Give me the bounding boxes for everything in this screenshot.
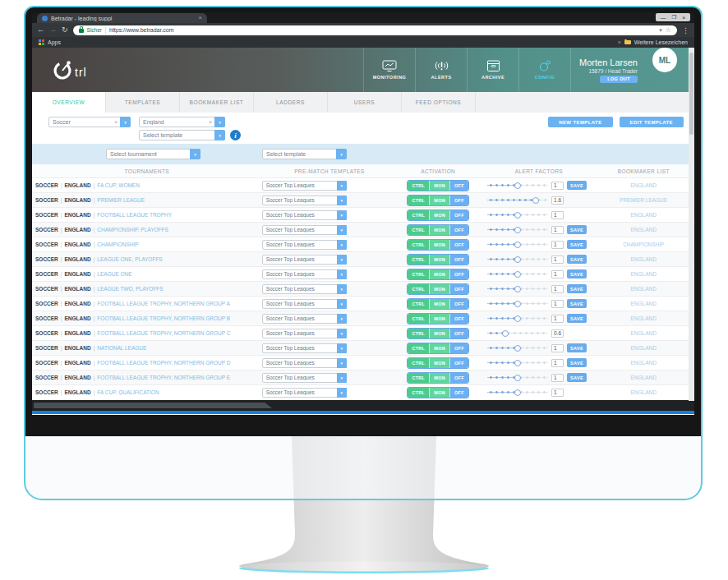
bookmaker-link[interactable]: ENGLAND [631, 227, 657, 232]
mon-button[interactable]: MON [429, 210, 449, 220]
factor-input[interactable] [551, 226, 564, 234]
save-button[interactable]: SAVE [567, 225, 587, 234]
factor-input[interactable] [551, 182, 564, 190]
tournament-link[interactable]: FA CUP, QUALIFICATION [97, 389, 159, 395]
tab-close-icon[interactable]: × [198, 15, 202, 21]
factor-input[interactable] [551, 270, 564, 278]
tournament-link[interactable]: FOOTBALL LEAGUE TROPHY, NORTHERN GROUP D [97, 360, 230, 366]
bookmaker-link[interactable]: ENGLAND [631, 345, 657, 351]
alert-factor-slider[interactable] [487, 270, 548, 278]
ctrl-button[interactable]: CTRL [408, 373, 429, 383]
mon-button[interactable]: MON [429, 181, 449, 191]
tournament-link[interactable]: FOOTBALL LEAGUE TROPHY, NORTHERN GROUP A [97, 301, 229, 306]
alert-factor-slider[interactable] [487, 389, 548, 396]
template-select[interactable]: Soccer Top Leagues▾ [262, 329, 347, 338]
bookmaker-link[interactable]: ENGLAND [631, 315, 657, 321]
alert-factor-slider[interactable] [487, 182, 548, 189]
close-icon[interactable]: × [682, 15, 685, 21]
template-select[interactable]: Soccer Top Leagues▾ [262, 269, 347, 279]
tab-bookmaker-list[interactable]: BOOKMAKER LIST [180, 92, 254, 113]
factor-input[interactable] [551, 255, 564, 264]
template-select[interactable]: Soccer Top Leagues▾ [262, 255, 347, 265]
tournament-link[interactable]: LEAGUE ONE [97, 271, 131, 277]
bookmaker-link[interactable]: ENGLAND [631, 330, 657, 336]
factor-input[interactable] [551, 211, 564, 219]
template-select-band[interactable]: Select template ▾ [262, 149, 347, 159]
slider-knob[interactable] [514, 375, 521, 381]
off-button[interactable]: OFF [449, 299, 468, 309]
template-select[interactable]: Soccer Top Leagues▾ [262, 225, 347, 235]
filter-icon[interactable]: ▾ [659, 27, 662, 34]
template-select[interactable]: Soccer Top Leagues▾ [262, 196, 347, 205]
mon-button[interactable]: MON [429, 255, 449, 265]
ctrl-button[interactable]: CTRL [408, 343, 429, 353]
save-button[interactable]: SAVE [567, 284, 587, 293]
mon-button[interactable]: MON [429, 388, 449, 398]
slider-knob[interactable] [514, 242, 521, 248]
alert-factor-slider[interactable] [487, 196, 548, 204]
save-button[interactable]: SAVE [567, 373, 587, 382]
horizontal-scrollbar-thumb[interactable] [34, 403, 272, 408]
slider-knob[interactable] [514, 360, 521, 366]
browser-menu-icon[interactable]: ⋮ [682, 26, 689, 35]
off-button[interactable]: OFF [449, 269, 468, 279]
alert-factor-slider[interactable] [487, 226, 548, 233]
vertical-scrollbar[interactable] [689, 48, 694, 401]
tournament-link[interactable]: FA CUP, WOMEN [97, 182, 140, 188]
tournament-link[interactable]: FOOTBALL LEAGUE TROPHY, NORTHERN GROUP E [97, 375, 230, 380]
tab-ladders[interactable]: LADDERS [254, 92, 328, 113]
tournament-link[interactable]: LEAGUE TWO, PLAYOFFS [97, 286, 163, 292]
bookmark-star-icon[interactable]: ☆ [666, 26, 671, 34]
factor-input[interactable] [551, 315, 564, 323]
mon-button[interactable]: MON [429, 284, 449, 294]
slider-knob[interactable] [514, 389, 521, 396]
tournament-link[interactable]: NATIONAL LEAGUE [97, 345, 146, 351]
logout-button[interactable]: LOG OUT [600, 76, 638, 83]
tab-overview[interactable]: OVERVIEW [32, 92, 106, 113]
mon-button[interactable]: MON [429, 373, 449, 383]
slider-knob[interactable] [532, 197, 539, 204]
slider-knob[interactable] [514, 301, 521, 307]
template-select[interactable]: Soccer Top Leagues▾ [262, 373, 347, 383]
bookmaker-link[interactable]: ENGLAND [631, 182, 657, 188]
off-button[interactable]: OFF [449, 373, 468, 383]
off-button[interactable]: OFF [449, 210, 468, 220]
slider-knob[interactable] [502, 330, 509, 337]
alert-factor-slider[interactable] [487, 359, 548, 366]
off-button[interactable]: OFF [449, 358, 468, 368]
bookmaker-link[interactable]: CHAMPIONSHIP [623, 242, 664, 247]
factor-input[interactable] [551, 300, 564, 308]
off-button[interactable]: OFF [449, 196, 468, 205]
template-select[interactable]: Soccer Top Leagues▾ [262, 210, 347, 220]
slider-knob[interactable] [514, 227, 521, 233]
factor-input[interactable] [551, 374, 564, 382]
off-button[interactable]: OFF [449, 314, 468, 324]
bookmaker-link[interactable]: ENGLAND [631, 389, 657, 395]
factor-input[interactable] [551, 241, 564, 249]
factor-input[interactable] [551, 196, 564, 205]
bookmaker-link[interactable]: ENGLAND [631, 271, 657, 277]
template-select[interactable]: Soccer Top Leagues▾ [262, 299, 347, 309]
template-select[interactable]: Soccer Top Leagues▾ [262, 358, 347, 368]
bookmaker-link[interactable]: PREMIER LEAGUE [620, 197, 667, 203]
tab-templates[interactable]: TEMPLATES [106, 92, 180, 113]
off-button[interactable]: OFF [449, 329, 468, 338]
ctrl-button[interactable]: CTRL [408, 299, 429, 309]
off-button[interactable]: OFF [449, 225, 468, 235]
factor-input[interactable] [551, 344, 564, 352]
forward-icon[interactable]: → [49, 26, 57, 34]
mon-button[interactable]: MON [429, 269, 449, 279]
ctrl-button[interactable]: CTRL [408, 329, 429, 338]
bookmaker-link[interactable]: ENGLAND [631, 212, 657, 218]
ctrl-button[interactable]: CTRL [408, 255, 429, 265]
mon-button[interactable]: MON [429, 196, 449, 205]
ctrl-button[interactable]: CTRL [408, 196, 429, 205]
bookmaker-link[interactable]: ENGLAND [631, 286, 657, 292]
alert-factor-slider[interactable] [487, 255, 548, 263]
alert-factor-slider[interactable] [487, 329, 548, 337]
tab-users[interactable]: USERS [328, 92, 402, 113]
mon-button[interactable]: MON [429, 358, 449, 368]
chevron-down-icon[interactable]: ▾ [190, 149, 200, 159]
save-button[interactable]: SAVE [567, 240, 587, 249]
off-button[interactable]: OFF [449, 284, 468, 294]
